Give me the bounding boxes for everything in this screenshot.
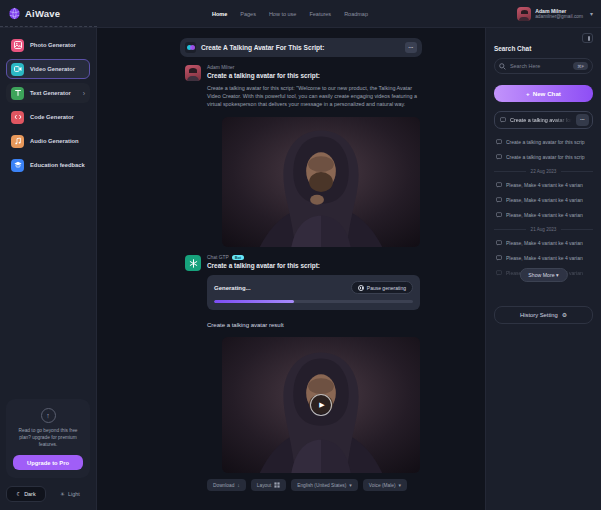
sidebar-item-label: Video Generator xyxy=(30,66,75,72)
chevron-down-icon: ▾ xyxy=(349,482,352,488)
bot-message-title: Create a talking avatar for this script: xyxy=(207,262,420,269)
chevron-down-icon: ▾ xyxy=(399,482,402,488)
aiwave-logo-icon xyxy=(8,7,21,20)
search-input[interactable] xyxy=(510,63,569,69)
main-nav: Home Pages How to use Features Roadmap xyxy=(212,11,368,17)
history-item[interactable]: Please, Make 4 variant ke 4 varian xyxy=(494,192,593,207)
sidebar-item-label: Photo Generator xyxy=(30,42,76,48)
chat-header: Create A Talking Avatar For This Script:… xyxy=(180,38,422,57)
history-item[interactable]: Please, Make 4 variant ke 4 varian xyxy=(494,250,593,265)
pause-label: Pause generating xyxy=(367,285,406,291)
sidebar-item-label: Code Generator xyxy=(30,114,74,120)
text-icon xyxy=(11,87,24,100)
sidebar-item-audio-generation[interactable]: Audio Generation xyxy=(6,131,90,151)
layout-icon xyxy=(274,482,280,488)
app: AiWave Home Pages How to use Features Ro… xyxy=(0,0,601,510)
chat-column: Create A Talking Avatar For This Script:… xyxy=(180,38,422,491)
show-more-button[interactable]: Show More ▾ xyxy=(519,268,567,282)
message-body: Create a talking avatar for this script:… xyxy=(207,84,420,108)
layout-button[interactable]: Layout xyxy=(251,479,286,491)
avatar-source-image xyxy=(222,117,420,247)
history-item[interactable]: Please, Make 4 variant ke 4 varian xyxy=(494,235,593,250)
nav-pages[interactable]: Pages xyxy=(240,11,256,17)
download-icon: ↓ xyxy=(237,482,240,488)
pause-generating-button[interactable]: Pause generating xyxy=(351,281,413,294)
message-icon xyxy=(496,270,502,276)
message-icon xyxy=(496,139,502,145)
message-author: Adam Milner xyxy=(207,65,420,70)
light-mode-button[interactable]: ☀ Light xyxy=(50,486,90,502)
active-chat-label: Create a talking avatar for this scrip xyxy=(510,117,572,123)
progress-track xyxy=(214,300,413,303)
chat-item-menu-button[interactable]: ••• xyxy=(576,114,589,126)
nav-features[interactable]: Features xyxy=(309,11,331,17)
bot-author: Chat GTP xyxy=(207,255,229,260)
user-name: Adam Milner xyxy=(535,8,583,15)
sun-icon: ☀ xyxy=(60,491,65,497)
history-item[interactable]: Create a talking avatar for this scrip xyxy=(494,134,593,149)
main-area: Create A Talking Avatar For This Script:… xyxy=(97,28,485,510)
nav-how-to-use[interactable]: How to use xyxy=(269,11,297,17)
user-profile-menu[interactable]: Adam Milner adamilner@gmail.com ▾ xyxy=(517,7,601,21)
chat-menu-button[interactable]: ••• xyxy=(405,42,417,53)
bot-message: Chat GTP Bot Create a talking avatar for… xyxy=(180,255,422,491)
play-icon: ▶ xyxy=(319,401,324,409)
upgrade-text: Read to go beyond this free plan? upgrad… xyxy=(13,428,83,449)
sidebar-item-text-generator[interactable]: Text Generator › xyxy=(6,83,90,103)
download-button[interactable]: Download ↓ xyxy=(207,479,246,491)
left-sidebar: Photo Generator Video Generator Text Gen… xyxy=(0,28,97,510)
language-select[interactable]: English (United States) ▾ xyxy=(291,479,358,491)
panel-toggle-icon[interactable] xyxy=(582,33,593,43)
bot-avatar xyxy=(185,255,201,271)
date-divider: 21 Aug 2023 xyxy=(494,227,593,232)
theme-toggle: ☾ Dark ☀ Light xyxy=(6,486,90,502)
bot-badge: Bot xyxy=(232,255,244,260)
user-avatar xyxy=(517,7,531,21)
active-chat-item[interactable]: Create a talking avatar for this scrip •… xyxy=(494,111,593,129)
message-user-avatar xyxy=(185,65,201,81)
nav-home[interactable]: Home xyxy=(212,11,227,17)
voice-select[interactable]: Voice (Male) ▾ xyxy=(363,479,407,491)
search-chat-title: Search Chat xyxy=(494,45,593,52)
message-icon xyxy=(500,117,506,123)
message-icon xyxy=(496,212,502,218)
brand-logo[interactable]: AiWave xyxy=(0,0,97,27)
upgrade-card: ↑ Read to go beyond this free plan? upgr… xyxy=(6,399,90,478)
user-message: Adam Milner Create a talking avatar for … xyxy=(180,65,422,247)
search-icon xyxy=(499,63,506,70)
generating-card: Generating... Pause generating xyxy=(207,275,420,310)
new-chat-label: New Chat xyxy=(533,90,561,97)
search-box: ⌘F xyxy=(494,58,593,74)
chevron-right-icon: › xyxy=(83,90,85,97)
dark-mode-button[interactable]: ☾ Dark xyxy=(6,486,46,502)
date-divider: 22 Aug 2023 xyxy=(494,169,593,174)
nav-roadmap[interactable]: Roadmap xyxy=(344,11,368,17)
history-item[interactable]: Please, Make 4 variant ke 4 varian xyxy=(494,207,593,222)
history-setting-button[interactable]: History Setting ⚙ xyxy=(494,306,593,324)
chat-title: Create A Talking Avatar For This Script: xyxy=(201,44,324,51)
search-shortcut-badge: ⌘F xyxy=(573,62,588,70)
sidebar-item-label: Audio Generation xyxy=(30,138,79,144)
upgrade-to-pro-button[interactable]: Upgrade to Pro xyxy=(13,455,83,470)
message-icon xyxy=(496,154,502,160)
sidebar-item-photo-generator[interactable]: Photo Generator xyxy=(6,35,90,55)
sidebar-item-label: Education feedback xyxy=(30,162,85,168)
code-icon xyxy=(11,111,24,124)
generating-label: Generating... xyxy=(214,285,251,291)
message-icon xyxy=(496,240,502,246)
sidebar-item-education-feedback[interactable]: Education feedback xyxy=(6,155,90,175)
sidebar-item-video-generator[interactable]: Video Generator xyxy=(6,59,90,79)
history-item[interactable]: Create a talking avatar for this scrip xyxy=(494,149,593,164)
history-item[interactable]: Please, Make 4 variant ke 4 varian xyxy=(494,177,593,192)
play-button[interactable]: ▶ xyxy=(310,394,332,416)
progress-fill xyxy=(214,300,294,303)
sidebar-item-label: Text Generator xyxy=(30,90,71,96)
light-label: Light xyxy=(68,491,80,497)
top-bar: AiWave Home Pages How to use Features Ro… xyxy=(0,0,601,28)
user-email: adamilner@gmail.com xyxy=(535,14,583,19)
message-icon xyxy=(496,182,502,188)
new-chat-button[interactable]: + New Chat xyxy=(494,85,593,102)
sidebar-item-code-generator[interactable]: Code Generator xyxy=(6,107,90,127)
moon-icon: ☾ xyxy=(16,491,21,497)
message-icon xyxy=(496,197,502,203)
